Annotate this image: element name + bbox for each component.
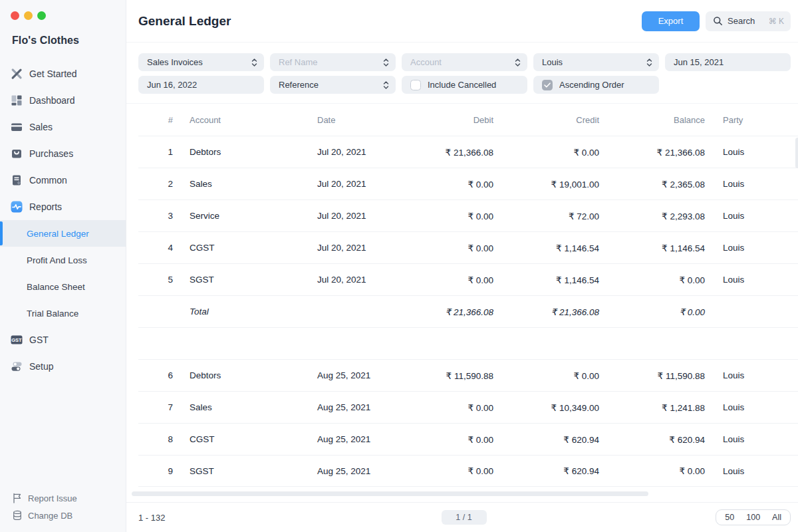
export-button[interactable]: Export: [642, 11, 700, 31]
cell-account: Total: [173, 307, 317, 317]
column-header-credit[interactable]: Credit: [493, 115, 599, 125]
ref-name-select[interactable]: Ref Name: [270, 53, 396, 71]
pagination-bar: 1 - 132 1 / 1 50 100 All: [126, 502, 798, 532]
cell-credit: ₹ 1,146.54: [493, 275, 599, 285]
zoom-window-button[interactable]: [37, 11, 46, 20]
cell-party: Louis: [705, 211, 791, 221]
cell-balance: ₹ 2,365.08: [599, 179, 705, 190]
cell-debit: ₹ 0.00: [414, 243, 493, 253]
cell-account: CGST: [173, 434, 317, 444]
cell-date: Aug 25, 2021: [317, 466, 414, 476]
sidebar-item-label: Purchases: [29, 148, 73, 159]
page-size-selector: 50 100 All: [716, 509, 791, 525]
change-db-link[interactable]: Change DB: [12, 507, 77, 524]
table-row[interactable]: 9SGSTAug 25, 2021₹ 0.00₹ 620.94₹ 0.00Lou…: [138, 455, 798, 487]
account-select[interactable]: Account: [402, 53, 527, 71]
cell-party: Louis: [705, 275, 791, 285]
cell-credit: ₹ 620.94: [493, 466, 599, 476]
group-by-select[interactable]: Reference: [270, 76, 396, 94]
table-row[interactable]: 1DebtorsJul 20, 2021₹ 21,366.08₹ 0.00₹ 2…: [138, 136, 798, 168]
column-header-num[interactable]: #: [138, 115, 173, 125]
cell-credit: ₹ 0.00: [493, 147, 599, 158]
table-body: 1DebtorsJul 20, 2021₹ 21,366.08₹ 0.00₹ 2…: [138, 136, 798, 487]
horizontal-scrollbar[interactable]: [132, 491, 648, 496]
from-date-value: Jun 15, 2021: [674, 57, 724, 67]
table-row[interactable]: 2SalesJul 20, 2021₹ 0.00₹ 19,001.00₹ 2,3…: [138, 168, 798, 200]
change-db-label: Change DB: [28, 511, 72, 521]
cell-credit: ₹ 10,349.00: [493, 402, 599, 413]
column-header-balance[interactable]: Balance: [599, 115, 705, 125]
spacer-row: [138, 327, 798, 359]
search-icon: [713, 16, 723, 26]
cell-num: 6: [138, 370, 173, 380]
sidebar-item-reports[interactable]: Reports: [0, 194, 126, 220]
cell-balance: ₹ 11,590.88: [599, 370, 705, 381]
filter-row-2: Jun 16, 2022 Reference Include Cancelled: [138, 76, 791, 94]
table-row[interactable]: 6DebtorsAug 25, 2021₹ 11,590.88₹ 0.00₹ 1…: [138, 359, 798, 391]
cell-num: 3: [138, 211, 173, 221]
include-cancelled-checkbox[interactable]: Include Cancelled: [402, 76, 527, 94]
search-label: Search: [728, 16, 755, 26]
cell-party: Louis: [705, 402, 791, 412]
group-by-value: Reference: [279, 80, 319, 90]
table-row[interactable]: 7SalesAug 25, 2021₹ 0.00₹ 10,349.00₹ 1,2…: [138, 391, 798, 423]
page-size-100-button[interactable]: 100: [740, 513, 766, 522]
sidebar-item-balance-sheet[interactable]: Balance Sheet: [0, 273, 126, 300]
table-row[interactable]: 3ServiceJul 20, 2021₹ 0.00₹ 72.00₹ 2,293…: [138, 200, 798, 231]
cell-credit: ₹ 620.94: [493, 434, 599, 445]
table-row[interactable]: 8CGSTAug 25, 2021₹ 0.00₹ 620.94₹ 620.94L…: [138, 423, 798, 455]
page-size-50-button[interactable]: 50: [719, 513, 740, 522]
column-header-account[interactable]: Account: [173, 115, 317, 125]
cell-credit: ₹ 21,366.08: [493, 307, 599, 317]
window-controls: [0, 0, 126, 20]
close-window-button[interactable]: [11, 11, 19, 20]
sidebar-nav: Get Started Dashboard: [0, 61, 126, 380]
cell-account: Service: [173, 211, 317, 221]
cell-account: Sales: [173, 179, 317, 189]
sidebar-item-purchases[interactable]: Purchases: [0, 140, 126, 167]
flag-icon: [12, 493, 23, 503]
from-date-input[interactable]: Jun 15, 2021: [665, 53, 791, 71]
reports-icon: [11, 201, 23, 213]
to-date-input[interactable]: Jun 16, 2022: [138, 76, 264, 94]
sidebar-item-dashboard[interactable]: Dashboard: [0, 87, 126, 114]
sidebar-item-general-ledger[interactable]: General Ledger: [0, 220, 126, 247]
to-date-value: Jun 16, 2022: [147, 80, 197, 90]
cell-date: Jul 20, 2021: [317, 147, 414, 157]
cell-debit: ₹ 0.00: [414, 466, 493, 476]
column-header-debit[interactable]: Debit: [414, 115, 493, 125]
ascending-order-checkbox[interactable]: Ascending Order: [533, 76, 659, 94]
tools-icon: [11, 68, 23, 80]
sidebar-item-profit-and-loss[interactable]: Profit And Loss: [0, 247, 126, 273]
chevron-updown-icon: [515, 58, 521, 67]
report-type-select[interactable]: Sales Invoices: [138, 53, 264, 71]
cell-balance: ₹ 21,366.08: [599, 147, 705, 158]
table-row[interactable]: 5SGSTJul 20, 2021₹ 0.00₹ 1,146.54₹ 0.00L…: [138, 263, 798, 295]
ref-name-placeholder: Ref Name: [279, 57, 318, 67]
column-header-party[interactable]: Party: [705, 115, 791, 125]
report-issue-link[interactable]: Report Issue: [12, 489, 77, 507]
cell-num: 4: [138, 243, 173, 253]
cell-balance: ₹ 1,146.54: [599, 243, 705, 253]
cell-credit: ₹ 1,146.54: [493, 243, 599, 253]
sidebar-item-label: GST: [29, 334, 49, 345]
sidebar-item-trial-balance[interactable]: Trial Balance: [0, 300, 126, 327]
search-input[interactable]: Search ⌘ K: [706, 11, 791, 31]
report-type-value: Sales Invoices: [147, 57, 203, 67]
page-size-all-button[interactable]: All: [766, 513, 787, 522]
sidebar-item-label: Sales: [29, 122, 53, 132]
vertical-scrollbar[interactable]: [795, 138, 798, 168]
sidebar-item-get-started[interactable]: Get Started: [0, 61, 126, 87]
cell-date: Jul 20, 2021: [317, 179, 414, 189]
minimize-window-button[interactable]: [24, 11, 33, 20]
party-select[interactable]: Louis: [533, 53, 659, 71]
sidebar-item-common[interactable]: Common: [0, 167, 126, 194]
cell-account: Sales: [173, 402, 317, 412]
column-header-date[interactable]: Date: [317, 115, 414, 125]
table-row[interactable]: 4CGSTJul 20, 2021₹ 0.00₹ 1,146.54₹ 1,146…: [138, 231, 798, 263]
sidebar-item-gst[interactable]: GST GST: [0, 327, 126, 353]
filter-row-1: Sales Invoices Ref Name Account: [138, 53, 791, 71]
sidebar-item-sales[interactable]: Sales: [0, 114, 126, 140]
sidebar-item-setup[interactable]: Setup: [0, 353, 126, 380]
cell-date: Jul 20, 2021: [317, 243, 414, 253]
